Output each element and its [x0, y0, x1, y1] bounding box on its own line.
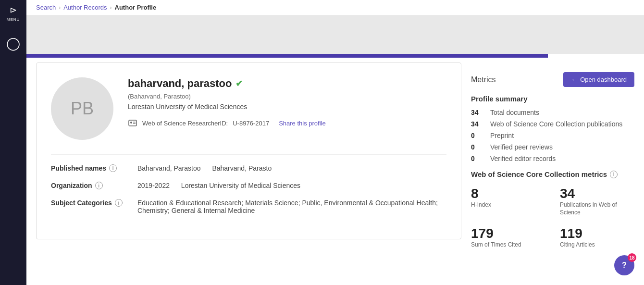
menu-label: MENU — [7, 17, 20, 22]
researcher-id-icon — [128, 118, 137, 128]
org-years: 2019-2022 — [137, 182, 170, 189]
summary-count-4: 0 — [471, 155, 485, 162]
help-count-badge: 18 — [628, 253, 636, 262]
main-content: Search › Author Records › Author Profile… — [26, 0, 644, 285]
menu-icon[interactable]: ⊳ — [10, 5, 17, 15]
published-names-value: Baharvand, Parastoo Baharvand, Parasto — [137, 164, 446, 172]
metrics-title: Metrics — [471, 75, 496, 84]
published-names-label: Published names i — [51, 164, 128, 172]
open-dashboard-button[interactable]: ← Open dashboard — [563, 72, 634, 87]
published-name-2: Baharvand, Parasto — [212, 164, 272, 172]
svg-point-1 — [130, 122, 132, 124]
citing-value: 119 — [560, 226, 634, 241]
svg-rect-0 — [129, 120, 136, 126]
summary-label-2: Preprint — [490, 132, 514, 139]
sum-cited-label: Sum of Times Cited — [471, 241, 545, 249]
profile-summary-title: Profile summary — [471, 95, 634, 103]
subject-categories-value: Education & Educational Research; Materi… — [137, 199, 446, 214]
citing-label: Citing Articles — [560, 241, 634, 249]
summary-label-4: Verified editor records — [490, 155, 556, 162]
breadcrumb-author-records[interactable]: Author Records — [63, 4, 107, 11]
researcher-id-svg — [128, 118, 137, 128]
metrics-header: Metrics ← Open dashboard — [471, 62, 634, 87]
summary-label-1: Web of Science Core Collection publicati… — [490, 120, 622, 128]
summary-row-2: 0 Preprint — [471, 132, 634, 139]
publications-label: Publications in Web of Science — [560, 201, 634, 216]
sum-cited-value: 179 — [471, 226, 545, 241]
breadcrumb: Search › Author Records › Author Profile — [26, 0, 644, 15]
subject-categories-row: Subject Categories i Education & Educati… — [51, 199, 446, 214]
breadcrumb-sep-1: › — [59, 4, 61, 11]
h-index-label: H-Index — [471, 201, 545, 209]
dashboard-arrow-icon: ← — [571, 76, 577, 83]
author-name-row: baharvand, parastoo ✔ — [128, 77, 446, 90]
user-avatar-icon[interactable]: ◯ — [6, 36, 20, 51]
avatar: PB — [51, 77, 113, 140]
organization-value: 2019-2022 Lorestan University of Medical… — [137, 182, 446, 189]
author-institution: Lorestan University of Medical Sciences — [128, 103, 446, 111]
summary-count-0: 34 — [471, 109, 485, 116]
h-index-metric: 8 H-Index — [471, 186, 545, 216]
sum-cited-metric: 179 Sum of Times Cited — [471, 226, 545, 249]
researcher-id-row: Web of Science ResearcherID: U-8976-2017… — [128, 118, 446, 128]
banner-image — [26, 15, 644, 54]
researcher-id-value: U-8976-2017 — [233, 120, 269, 127]
summary-row-0: 34 Total documents — [471, 109, 634, 116]
breadcrumb-sep-2: › — [110, 4, 112, 11]
wos-metrics-info-icon[interactable]: i — [610, 171, 618, 178]
organization-row: Organization i 2019-2022 Lorestan Univer… — [51, 182, 446, 189]
summary-list: 34 Total documents 34 Web of Science Cor… — [471, 109, 634, 162]
subject-categories-label: Subject Categories i — [51, 199, 128, 207]
help-button[interactable]: ? 18 — [614, 255, 634, 275]
publications-value: 34 — [560, 186, 634, 201]
summary-row-4: 0 Verified editor records — [471, 155, 634, 162]
metrics-grid: 8 H-Index 34 Publications in Web of Scie… — [471, 186, 634, 249]
published-names-row: Published names i Baharvand, Parastoo Ba… — [51, 164, 446, 172]
sidebar: ⊳ MENU ◯ — [0, 0, 26, 285]
content-area: PB baharvand, parastoo ✔ (Baharvand, Par… — [26, 58, 644, 249]
profile-details: Published names i Baharvand, Parastoo Ba… — [51, 154, 446, 214]
summary-row-3: 0 Verified peer reviews — [471, 143, 634, 151]
org-name: Lorestan University of Medical Sciences — [181, 182, 300, 189]
published-names-info-icon[interactable]: i — [109, 164, 117, 172]
help-icon: ? — [622, 261, 627, 270]
breadcrumb-current: Author Profile — [115, 4, 157, 11]
publications-metric: 34 Publications in Web of Science — [560, 186, 634, 216]
avatar-initials: PB — [71, 99, 94, 119]
organization-label: Organization i — [51, 182, 128, 189]
summary-count-2: 0 — [471, 132, 485, 139]
citing-articles-metric: 119 Citing Articles — [560, 226, 634, 249]
share-profile-link[interactable]: Share this profile — [279, 120, 326, 127]
summary-label-3: Verified peer reviews — [490, 143, 553, 151]
summary-label-0: Total documents — [490, 109, 539, 116]
summary-count-3: 0 — [471, 143, 485, 151]
breadcrumb-search[interactable]: Search — [36, 4, 56, 11]
purple-accent-bar — [26, 54, 548, 58]
published-name-1: Baharvand, Parastoo — [137, 164, 201, 172]
summary-row-1: 34 Web of Science Core Collection public… — [471, 120, 634, 128]
profile-header: PB baharvand, parastoo ✔ (Baharvand, Par… — [51, 77, 446, 140]
profile-card: PB baharvand, parastoo ✔ (Baharvand, Par… — [36, 62, 461, 239]
verified-badge-icon: ✔ — [235, 78, 243, 89]
organization-info-icon[interactable]: i — [95, 182, 103, 189]
wos-metrics-title: Web of Science Core Collection metrics i — [471, 170, 634, 178]
metrics-panel: Metrics ← Open dashboard Profile summary… — [471, 62, 634, 249]
profile-info: baharvand, parastoo ✔ (Baharvand, Parast… — [128, 77, 446, 128]
h-index-value: 8 — [471, 186, 545, 201]
subject-categories-info-icon[interactable]: i — [115, 199, 123, 207]
researcher-id-label: Web of Science ResearcherID: — [142, 120, 228, 127]
author-name: baharvand, parastoo — [128, 77, 232, 90]
summary-count-1: 34 — [471, 120, 485, 128]
author-alt-name: (Baharvand, Parastoo) — [128, 93, 446, 100]
